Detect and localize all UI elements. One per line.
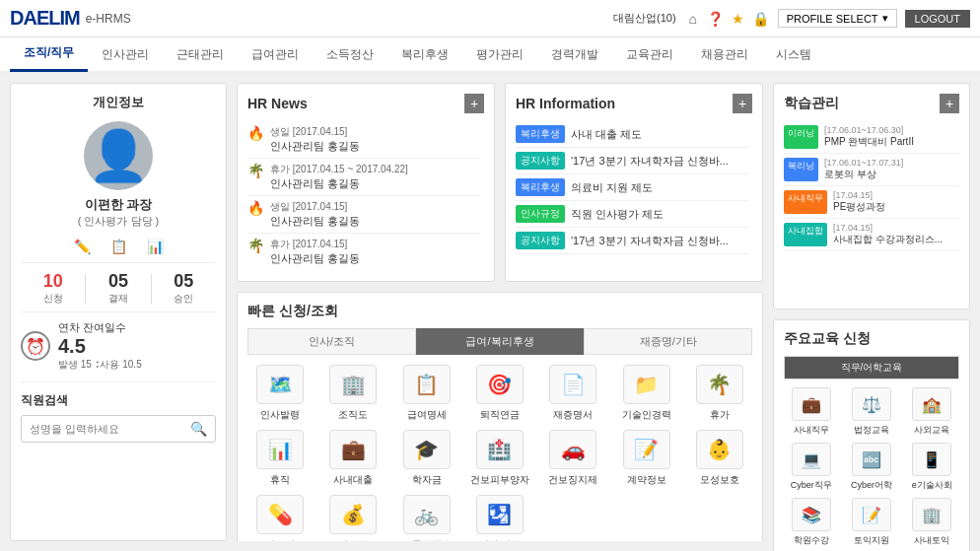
center-area: HR News + 🔥 생일 [2017.04.15] 인사관리팀 홍길동 🌴 [237, 83, 763, 541]
nav-item-welfare[interactable]: 복리후생 [387, 36, 462, 72]
list-item[interactable]: 공지사항 '17년 3분기 자녀학자금 신청바... [516, 148, 748, 174]
edu-item-inhouse-toeic[interactable]: 🏢 사내토익 [905, 498, 959, 547]
maternity-icon: 👶 [696, 430, 743, 469]
chart-icon[interactable]: 📊 [147, 239, 164, 254]
list-item[interactable]: 복리후생 의료비 지원 제도 [516, 174, 748, 201]
quick-item-maternity[interactable]: 👶 모성보호 [687, 430, 752, 487]
edit-icon[interactable]: ✏️ [74, 239, 91, 254]
external-edu-icon: 🏫 [912, 387, 951, 421]
home-icon[interactable]: ⌂ [684, 10, 702, 28]
profile-select-button[interactable]: PROFILE SELECT ▾ [778, 9, 897, 28]
cyber-job-icon: 💻 [792, 443, 831, 476]
nav-item-evaluation[interactable]: 평가관리 [462, 36, 537, 72]
quick-item-personnel[interactable]: 🗺️ 인사발령 [247, 365, 313, 422]
quick-item-label: 휴직 [270, 473, 290, 487]
hr-news-add-button[interactable]: + [464, 94, 484, 113]
bookmark-icon[interactable]: ★ [730, 10, 747, 28]
user-dept: ( 인사평가 담당 ) [78, 214, 160, 229]
help-icon[interactable]: ❓ [707, 10, 725, 28]
edu-item-toeic[interactable]: 📝 토익지원 [844, 498, 898, 547]
lock-icon[interactable]: 🔒 [752, 10, 770, 28]
list-item[interactable]: 사내직무 [17.04.15] PE평성과정 [784, 186, 959, 219]
chevron-down-icon: ▾ [882, 12, 888, 25]
quick-item-health1[interactable]: 🏥 건보피부양자 [467, 430, 532, 487]
nav-item-education[interactable]: 교육관리 [612, 36, 687, 72]
quick-item-condolence[interactable]: 💰 경조금 [320, 495, 385, 541]
stat-approval: 05 승인 [152, 271, 216, 306]
hr-info-add-button[interactable]: + [733, 94, 752, 113]
quick-item-loan[interactable]: 💼 사내대출 [320, 430, 385, 487]
quick-item-pension[interactable]: 🎯 퇴직연금 [467, 365, 532, 422]
user-avatar-icon: 👤 [88, 131, 149, 180]
quick-item-salary[interactable]: 📋 급여명세 [394, 365, 459, 422]
avatar: 👤 [84, 121, 153, 190]
stat-request-num: 10 [21, 271, 85, 292]
main-content: 개인정보 👤 이편한 과장 ( 인사평가 담당 ) ✏️ 📋 📊 10 신청 0… [0, 73, 980, 551]
document-icon[interactable]: 📋 [110, 239, 127, 254]
key-edu-title: 주요교육 신청 [784, 330, 871, 348]
salary-icon: 📋 [403, 365, 451, 404]
inhouse-group-badge: 사내집합 [784, 223, 827, 246]
edu-item-external[interactable]: 🏫 사외교육 [905, 387, 959, 437]
quick-item-vacation[interactable]: 🌴 휴가 [687, 365, 752, 422]
news-content: 인사관리팀 홍길동 [270, 251, 480, 266]
study-text: PE평성과정 [833, 200, 885, 214]
edu-tab-job[interactable]: 직무/어학교육 [784, 356, 959, 379]
clock-icon: ⏰ [21, 331, 50, 361]
quick-tab-hr[interactable]: 인사/조직 [247, 328, 416, 355]
leave-title: 연차 잔여일수 [58, 320, 216, 335]
edu-item-job[interactable]: 💼 사내직무 [784, 387, 838, 437]
edu-item-cyber-lang[interactable]: 🔤 Cyber어학 [844, 443, 898, 492]
list-item[interactable]: 복리후생 사내 대출 제도 [516, 121, 748, 148]
quick-menu-header: 빠른 신청/조회 [247, 303, 752, 320]
edu-label: 법정교육 [854, 424, 889, 437]
edu-label: 토익지원 [854, 534, 889, 547]
search-button[interactable]: 🔍 [182, 416, 215, 442]
quick-item-leave[interactable]: 📊 휴직 [247, 430, 313, 487]
quick-item-medical[interactable]: 💊 의료비 [247, 495, 313, 541]
quick-menu-grid: 🗺️ 인사발령 🏢 조직도 📋 급여명세 🎯 퇴직연금 📄 재증명 [247, 365, 752, 541]
quick-item-label: 통호회 [412, 538, 442, 541]
quick-item-org[interactable]: 🏢 조직도 [320, 365, 385, 422]
stat-request: 10 신청 [21, 271, 85, 306]
list-item[interactable]: 공지사항 '17년 3분기 자녀학자금 신청바... [516, 228, 748, 254]
nav-item-recruiting[interactable]: 채용관리 [687, 36, 762, 72]
study-management-panel: 학습관리 + 이러닝 [17.06.01~17.06.30] PMP 완벽대비 … [773, 83, 970, 310]
hr-news-list: 🔥 생일 [2017.04.15] 인사관리팀 홍길동 🌴 휴가 [2017.0… [247, 121, 484, 269]
search-input[interactable] [22, 418, 182, 440]
quick-tab-cert[interactable]: 재증명/기타 [584, 328, 752, 355]
nav-item-career[interactable]: 경력개발 [537, 36, 612, 72]
nav-item-attendance[interactable]: 근태관리 [163, 36, 238, 72]
edu-item-etech[interactable]: 📱 e기술사회 [905, 443, 959, 492]
list-item[interactable]: 인사규정 직원 인사평가 제도 [516, 201, 748, 228]
list-item[interactable]: 사내집합 [17.04.15] 사내집합 수강과정리스... [784, 219, 959, 251]
nav-item-payroll[interactable]: 급여관리 [238, 36, 313, 72]
edu-item-academy[interactable]: 📚 학원수강 [784, 498, 838, 547]
quick-item-career[interactable]: 📁 기술인경력 [613, 365, 678, 422]
hr-info-title: HR Information [516, 96, 615, 111]
quick-tab-salary[interactable]: 급여/복리후생 [416, 328, 585, 355]
nav-item-hr[interactable]: 인사관리 [88, 36, 163, 72]
quick-item-visa[interactable]: 🛂 비자·인증 [467, 495, 532, 541]
nav-item-income[interactable]: 소득정산 [313, 36, 387, 72]
quick-item-cert[interactable]: 📄 재증명서 [540, 365, 605, 422]
edu-item-cyber-job[interactable]: 💻 Cyber직무 [784, 443, 838, 492]
list-item[interactable]: 이러닝 [17.06.01~17.06.30] PMP 완벽대비 PartII [784, 121, 959, 154]
info-text: 사내 대출 제도 [571, 127, 748, 142]
news-content: 인사관리팀 홍길동 [270, 176, 480, 191]
quick-item-club[interactable]: 🚲 통호회 [394, 495, 459, 541]
nav-item-org[interactable]: 조직/직무 [10, 36, 88, 72]
nav-item-system[interactable]: 시스템 [762, 36, 825, 72]
list-item[interactable]: 복리닝 [17.06.01~17.07.31] 로봇의 부상 [784, 154, 959, 186]
quick-item-tuition[interactable]: 🎓 학자금 [394, 430, 459, 487]
avatar-area: 👤 이편한 과장 ( 인사평가 담당 ) [21, 121, 216, 229]
quick-item-contract[interactable]: 📝 계약정보 [613, 430, 678, 487]
cyber-lang-icon: 🔤 [852, 443, 891, 476]
logout-button[interactable]: LOGOUT [905, 10, 970, 28]
edu-item-legal[interactable]: ⚖️ 법정교육 [844, 387, 898, 437]
loan-icon: 💼 [329, 430, 377, 469]
quick-item-health2[interactable]: 🚗 건보징지제 [540, 430, 605, 487]
club-icon: 🚲 [403, 495, 451, 534]
leave-detail: 발생 15 ∶ 사용 10.5 [58, 358, 216, 372]
study-add-button[interactable]: + [940, 94, 959, 113]
